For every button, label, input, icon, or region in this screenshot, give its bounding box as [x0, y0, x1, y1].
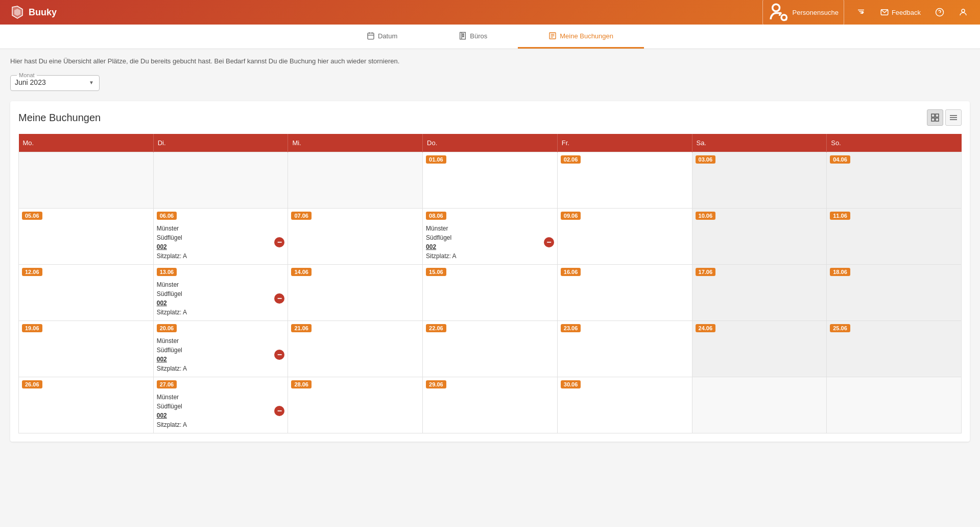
calendar-day-cell: 23.06	[557, 321, 692, 377]
cancel-booking-button[interactable]	[274, 237, 284, 247]
month-select[interactable]: Mai 2023 Juni 2023 Juli 2023 August 2023	[15, 78, 95, 86]
booking-room: 002	[157, 242, 273, 251]
building-icon	[459, 32, 467, 40]
booking-seat: Sitzplatz: A	[157, 364, 273, 373]
calendar-day-header: Mo.	[19, 134, 154, 152]
booking-location: Münster	[426, 224, 542, 233]
calendar-day-cell: 19.06	[19, 321, 154, 377]
calendar-icon	[367, 32, 375, 40]
calendar-day-header: Di.	[153, 134, 288, 152]
booking-seat: Sitzplatz: A	[426, 251, 542, 261]
booking-room: 002	[157, 299, 273, 308]
date-badge: 10.06	[696, 212, 716, 220]
app-name: Buuky	[29, 7, 57, 18]
svg-rect-25	[936, 114, 939, 117]
calendar-day-cell: 20.06MünsterSüdflügel002Sitzplatz: A	[153, 321, 288, 377]
svg-rect-18	[463, 34, 464, 35]
filter-button[interactable]	[854, 6, 868, 19]
lines-icon	[949, 113, 958, 122]
date-badge: 26.06	[22, 380, 42, 388]
date-badge: 03.06	[696, 155, 716, 164]
calendar-day-cell: 07.06	[288, 209, 423, 265]
svg-line-2	[785, 19, 787, 20]
calendar-day-cell: 25.06	[827, 321, 962, 377]
user-button[interactable]	[957, 6, 970, 19]
calendar-day-cell: 21.06	[288, 321, 423, 377]
calendar-week-row: 12.0613.06MünsterSüdflügel002Sitzplatz: …	[19, 265, 962, 321]
date-badge: 07.06	[291, 212, 312, 220]
calendar-day-cell: 27.06MünsterSüdflügel002Sitzplatz: A	[153, 377, 288, 433]
booking-entry: MünsterSüdflügel002Sitzplatz: A	[157, 393, 285, 429]
calendar-day-cell: 22.06	[423, 321, 558, 377]
calendar-day-cell: 04.06	[827, 152, 962, 209]
calendar-day-cell: 06.06MünsterSüdflügel002Sitzplatz: A	[153, 209, 288, 265]
calendar-day-cell: 30.06	[557, 377, 692, 433]
app-logo[interactable]: Buuky	[10, 5, 57, 19]
booking-header: Meine Buchungen	[18, 109, 962, 126]
calendar-day-header: So.	[827, 134, 962, 152]
grid-view-button[interactable]	[927, 109, 943, 126]
booking-location: Münster	[157, 336, 273, 346]
nav-tabs: Datum Büros Meine Buchungen	[0, 25, 980, 49]
date-badge: 23.06	[561, 324, 581, 332]
list-icon	[548, 32, 557, 40]
booking-entry: MünsterSüdflügel002Sitzplatz: A	[157, 336, 285, 373]
date-badge: 17.06	[696, 268, 716, 276]
logo-icon	[10, 5, 25, 19]
calendar-week-row: 05.0606.06MünsterSüdflügel002Sitzplatz: …	[19, 209, 962, 265]
person-search[interactable]: Personensuche	[762, 0, 844, 26]
date-badge: 18.06	[830, 268, 850, 276]
page-description: Hier hast Du eine Übersicht aller Plätze…	[10, 57, 970, 65]
help-button[interactable]	[933, 6, 946, 19]
date-badge: 02.06	[561, 155, 581, 164]
calendar-day-cell	[692, 377, 827, 433]
header: Buuky Personensuche Feedback	[0, 0, 980, 25]
tab-buros-label: Büros	[470, 32, 487, 40]
list-view-button[interactable]	[945, 109, 962, 126]
calendar-day-cell: 15.06	[423, 265, 558, 321]
date-badge: 15.06	[426, 268, 446, 276]
booking-title: Meine Buchungen	[18, 112, 101, 124]
tab-meine-buchungen[interactable]: Meine Buchungen	[518, 25, 644, 49]
calendar-day-cell: 02.06	[557, 152, 692, 209]
calendar-day-cell: 01.06	[423, 152, 558, 209]
cancel-booking-button[interactable]	[274, 350, 284, 360]
tab-buros[interactable]: Büros	[428, 25, 518, 49]
calendar-day-cell: 16.06	[557, 265, 692, 321]
cancel-booking-button[interactable]	[274, 406, 284, 416]
booking-room: 002	[157, 411, 273, 420]
calendar-day-header: Sa.	[692, 134, 827, 152]
calendar-day-cell: 24.06	[692, 321, 827, 377]
booking-section: Meine Buchungen Mo.Di.Mi.Do.Fr.Sa.So.	[10, 101, 970, 442]
feedback-button[interactable]: Feedback	[878, 6, 923, 19]
calendar-day-header: Do.	[423, 134, 558, 152]
booking-room: 002	[157, 355, 273, 364]
booking-location: Münster	[157, 224, 273, 233]
calendar-day-cell	[827, 377, 962, 433]
tab-datum[interactable]: Datum	[336, 25, 428, 49]
feedback-icon	[880, 8, 889, 17]
date-badge: 21.06	[291, 324, 312, 332]
date-badge: 25.06	[830, 324, 850, 332]
svg-rect-27	[936, 118, 939, 121]
date-badge: 08.06	[426, 212, 446, 220]
cancel-booking-button[interactable]	[544, 237, 554, 247]
feedback-label: Feedback	[892, 9, 921, 16]
booking-room: 002	[426, 242, 542, 251]
date-badge: 04.06	[830, 155, 850, 164]
month-fieldset: Monat Mai 2023 Juni 2023 Juli 2023 Augus…	[10, 72, 100, 91]
svg-rect-26	[931, 118, 935, 121]
booking-wing: Südflügel	[157, 233, 273, 242]
booking-entry: MünsterSüdflügel002Sitzplatz: A	[426, 224, 554, 261]
user-icon	[959, 8, 968, 17]
booking-seat: Sitzplatz: A	[157, 308, 273, 317]
grid-icon	[931, 113, 939, 122]
tab-meine-buchungen-label: Meine Buchungen	[560, 32, 613, 40]
tab-datum-label: Datum	[378, 32, 397, 40]
calendar-week-row: 01.0602.0603.0604.06	[19, 152, 962, 209]
filter-icon	[856, 8, 866, 17]
cancel-booking-button[interactable]	[274, 293, 284, 304]
calendar-day-cell	[153, 152, 288, 209]
calendar-day-cell	[288, 152, 423, 209]
date-badge: 13.06	[157, 268, 177, 276]
